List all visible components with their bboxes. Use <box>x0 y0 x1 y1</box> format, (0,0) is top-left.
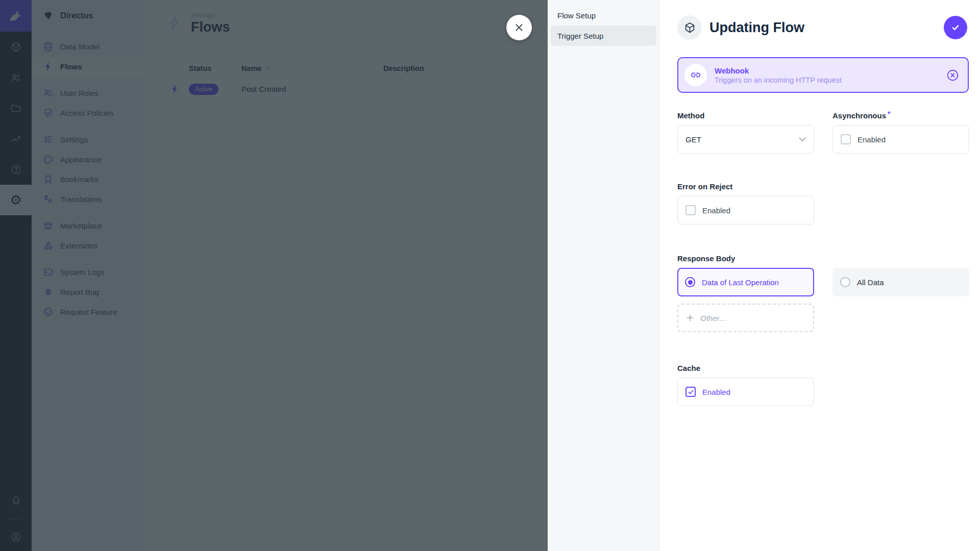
field-label-method: Method <box>677 111 814 120</box>
drawer-header: Updating Flow <box>677 15 804 40</box>
field-asynchronous: Asynchronous* Enabled <box>832 111 969 154</box>
error-on-reject-checkbox[interactable] <box>685 205 696 215</box>
field-label-asynchronous: Asynchronous* <box>832 111 969 120</box>
radio-option-all-data[interactable]: All Data <box>832 268 969 296</box>
radio-selected-icon[interactable] <box>685 277 695 287</box>
field-response-body: Response Body Data of Last Operation All… <box>677 254 969 332</box>
check-icon <box>950 22 961 33</box>
drawer-side-nav: Flow Setup Trigger Setup <box>548 0 659 551</box>
save-button[interactable] <box>944 16 967 39</box>
form-row-error-on-reject: Error on Reject Enabled <box>677 182 969 224</box>
error-on-reject-checkbox-box[interactable]: Enabled <box>677 196 814 224</box>
cache-checkbox-box[interactable]: Enabled <box>677 378 814 406</box>
plus-icon <box>685 313 695 322</box>
field-label-response-body: Response Body <box>677 254 969 263</box>
box-icon <box>683 21 696 34</box>
app-root: ⚙ Directus Data Model <box>0 0 980 551</box>
cache-checkbox-label: Enabled <box>702 388 730 396</box>
response-body-options: Data of Last Operation All Data <box>677 268 969 296</box>
field-cache: Cache Enabled <box>677 364 814 406</box>
drawer-nav-item-flow-setup[interactable]: Flow Setup <box>551 5 656 26</box>
drawer-nav-item-trigger-setup[interactable]: Trigger Setup <box>551 26 656 46</box>
other-option-label: Other... <box>700 314 725 322</box>
asynchronous-checkbox-label: Enabled <box>857 135 886 144</box>
radio-option-label: Data of Last Operation <box>702 278 779 287</box>
cache-checkbox[interactable] <box>685 387 696 397</box>
modal-overlay[interactable] <box>0 0 548 551</box>
trigger-card-text: Webhook Triggers on an incoming HTTP req… <box>715 66 938 84</box>
response-body-other-button[interactable]: Other... <box>677 304 814 332</box>
error-on-reject-checkbox-label: Enabled <box>702 206 730 215</box>
method-select-value: GET <box>685 135 701 144</box>
remove-trigger-button[interactable] <box>946 68 960 82</box>
circled-x-icon <box>946 68 960 82</box>
radio-unselected-icon[interactable] <box>840 277 850 287</box>
radio-option-data-of-last-operation[interactable]: Data of Last Operation <box>677 268 814 296</box>
close-drawer-button[interactable] <box>506 15 532 40</box>
trigger-card-icon-circle <box>684 64 707 86</box>
field-error-on-reject: Error on Reject Enabled <box>677 182 814 224</box>
required-mark: * <box>888 110 890 118</box>
updating-flow-drawer: Updating Flow Webhook Triggers on an inc… <box>659 0 980 551</box>
trigger-card-title: Webhook <box>715 66 938 75</box>
field-label-error-on-reject: Error on Reject <box>677 182 814 191</box>
link-icon <box>690 69 701 81</box>
drawer-header-icon-circle <box>677 15 702 40</box>
asynchronous-checkbox-box[interactable]: Enabled <box>832 125 969 154</box>
trigger-card-subtitle: Triggers on an incoming HTTP request <box>715 76 938 84</box>
form-row-method-async: Method GET Asynchronous* Enabled <box>677 111 969 154</box>
asynchronous-checkbox[interactable] <box>841 134 851 144</box>
close-icon <box>513 22 525 33</box>
drawer-title: Updating Flow <box>709 20 804 36</box>
field-label-cache: Cache <box>677 364 814 372</box>
field-method: Method GET <box>677 111 814 154</box>
form-row-cache: Cache Enabled <box>677 364 969 406</box>
drawer-body: Webhook Triggers on an incoming HTTP req… <box>677 57 969 406</box>
method-select[interactable]: GET <box>677 125 814 154</box>
asynchronous-label-text: Asynchronous <box>832 111 886 120</box>
trigger-type-card[interactable]: Webhook Triggers on an incoming HTTP req… <box>677 57 969 93</box>
radio-option-label: All Data <box>857 278 884 287</box>
chevron-down-icon <box>799 137 806 142</box>
